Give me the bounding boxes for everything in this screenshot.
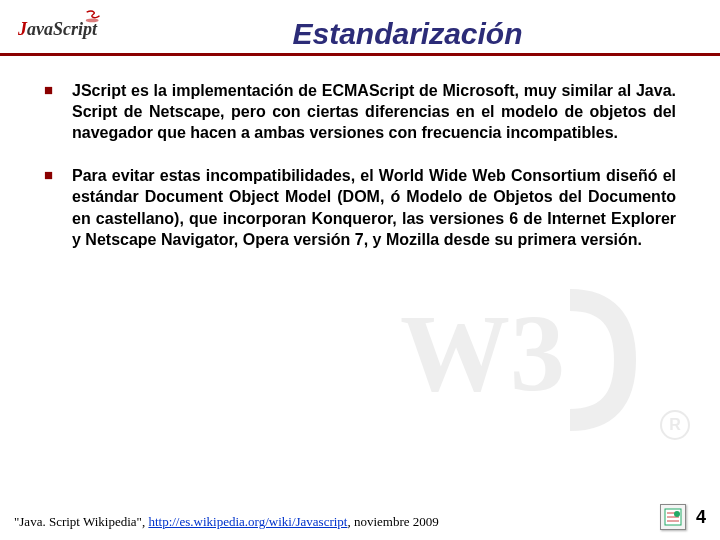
- bullet-icon: ■: [44, 80, 54, 143]
- bullet-item: ■ Para evitar estas incompatibilidades, …: [44, 165, 676, 249]
- logo-text: JavaScript: [18, 20, 97, 38]
- svg-text:W3: W3: [400, 292, 565, 414]
- slide-header: JavaScript Estandarización: [0, 0, 720, 56]
- bullet-item: ■ JScript es la implementación de ECMASc…: [44, 80, 676, 143]
- citation-suffix: , noviembre 2009: [347, 514, 438, 529]
- citation-link[interactable]: http://es.wikipedia.org/wiki/Javascript: [148, 514, 347, 529]
- footer-mini-logo-icon: [660, 504, 686, 530]
- page-number: 4: [696, 507, 706, 528]
- citation-prefix: "Java. Script Wikipedia",: [14, 514, 148, 529]
- bullet-text: JScript es la implementación de ECMAScri…: [72, 80, 676, 143]
- bullet-text: Para evitar estas incompatibilidades, el…: [72, 165, 676, 249]
- svg-point-3: [674, 511, 680, 517]
- slide-title: Estandarización: [105, 19, 710, 53]
- w3c-watermark-icon: W3: [390, 260, 650, 460]
- javascript-logo: JavaScript: [10, 7, 105, 53]
- footer-right: 4: [660, 504, 706, 530]
- citation-text: "Java. Script Wikipedia", http://es.wiki…: [14, 514, 439, 530]
- slide-footer: "Java. Script Wikipedia", http://es.wiki…: [0, 504, 720, 540]
- registered-icon: R: [660, 410, 690, 440]
- bullet-icon: ■: [44, 165, 54, 249]
- slide-body: ■ JScript es la implementación de ECMASc…: [0, 56, 720, 250]
